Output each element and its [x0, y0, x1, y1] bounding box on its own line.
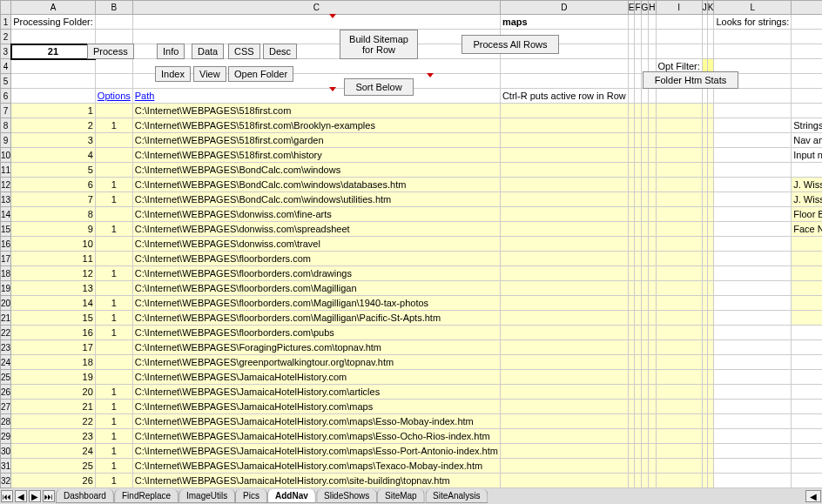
row-header[interactable]: 23 [1, 340, 11, 355]
cell[interactable]: C:\Internet\WEBPAGES\JamaicaHotelHistory… [132, 414, 500, 429]
cell[interactable] [656, 89, 702, 104]
cell[interactable] [635, 296, 641, 311]
cell[interactable] [628, 89, 635, 104]
tab-scroll-left-icon[interactable]: ◀ [805, 490, 821, 502]
cell[interactable]: C:\Internet\WEBPAGES\floorborders.com\Ma… [132, 281, 500, 296]
cell[interactable] [714, 89, 792, 104]
row-header[interactable]: 20 [1, 296, 11, 311]
cell[interactable] [656, 385, 702, 400]
cell[interactable] [714, 237, 792, 252]
cell[interactable]: 18 [11, 355, 96, 370]
cell[interactable] [635, 281, 641, 296]
cell[interactable] [500, 444, 628, 459]
cell[interactable]: C:\Internet\WEBPAGES\floorborders.com\dr… [132, 266, 500, 281]
cell[interactable] [132, 15, 500, 30]
cell[interactable] [641, 15, 649, 30]
cell[interactable] [707, 15, 714, 30]
row-header[interactable]: 3 [1, 44, 11, 59]
cell[interactable] [714, 222, 792, 237]
cell[interactable] [792, 385, 822, 400]
cell[interactable] [635, 30, 641, 44]
cell[interactable]: 1 [95, 311, 132, 326]
cell[interactable] [628, 192, 635, 207]
cell[interactable] [656, 429, 702, 444]
cell[interactable] [628, 30, 635, 44]
cell[interactable] [628, 133, 635, 148]
desc-button[interactable]: Desc [263, 44, 297, 59]
cell[interactable]: 1 [95, 266, 132, 281]
cell[interactable] [641, 444, 649, 459]
cell[interactable] [500, 222, 628, 237]
cell[interactable] [649, 400, 656, 414]
cell[interactable] [714, 459, 792, 474]
cell[interactable] [635, 252, 641, 266]
row-header[interactable]: 24 [1, 355, 11, 370]
cell[interactable] [656, 30, 702, 44]
cell[interactable] [500, 296, 628, 311]
cell[interactable] [635, 237, 641, 252]
cell[interactable] [641, 133, 649, 148]
tab-sitemap[interactable]: SiteMap [377, 489, 425, 503]
cell[interactable] [707, 148, 714, 163]
cell[interactable] [500, 474, 628, 488]
cell[interactable] [628, 385, 635, 400]
cell[interactable] [656, 163, 702, 178]
cell[interactable] [656, 104, 702, 118]
cell[interactable] [707, 133, 714, 148]
cell[interactable] [500, 429, 628, 444]
cell[interactable] [628, 370, 635, 385]
cell[interactable] [649, 118, 656, 133]
cell[interactable] [649, 133, 656, 148]
tab-pics[interactable]: Pics [235, 489, 267, 503]
cell[interactable] [792, 44, 822, 59]
cell[interactable] [635, 133, 641, 148]
cell[interactable] [649, 296, 656, 311]
col-header[interactable]: A [11, 1, 96, 15]
cell[interactable] [641, 192, 649, 207]
cell[interactable] [714, 148, 792, 163]
cell[interactable] [707, 444, 714, 459]
cell[interactable]: C:\Internet\WEBPAGES\donwiss.com\fine-ar… [132, 207, 500, 222]
cell[interactable]: Path [132, 89, 500, 104]
cell[interactable] [628, 340, 635, 355]
cell[interactable]: 6 [11, 178, 96, 192]
cell[interactable]: C:\Internet\WEBPAGES\JamaicaHotelHistory… [132, 429, 500, 444]
cell[interactable]: J. Wiss & Sons - [792, 192, 822, 207]
cell[interactable] [656, 326, 702, 340]
cell[interactable] [635, 444, 641, 459]
row-header[interactable]: 21 [1, 311, 11, 326]
cell[interactable] [714, 281, 792, 296]
row-header[interactable]: 6 [1, 89, 11, 104]
cell[interactable]: 1 [95, 326, 132, 340]
cell[interactable] [714, 370, 792, 385]
cell[interactable] [792, 252, 822, 266]
cell[interactable]: C:\Internet\WEBPAGES\donwiss.com\spreads… [132, 222, 500, 237]
cell[interactable] [500, 207, 628, 222]
cell[interactable]: Nav and Sitemap titles [792, 133, 822, 148]
cell[interactable]: 1 [95, 118, 132, 133]
cell[interactable] [714, 400, 792, 414]
open-folder-button[interactable]: Open Folder [228, 66, 293, 82]
cell[interactable] [95, 15, 132, 30]
cell[interactable]: 21 [11, 44, 96, 59]
cell[interactable] [792, 163, 822, 178]
cell[interactable] [792, 266, 822, 281]
cell[interactable] [11, 74, 96, 89]
cell[interactable] [649, 326, 656, 340]
cell[interactable]: 26 [11, 474, 96, 488]
cell[interactable] [628, 414, 635, 429]
cell[interactable] [500, 192, 628, 207]
cell[interactable]: 13 [11, 281, 96, 296]
row-header[interactable]: 5 [1, 74, 11, 89]
cell[interactable] [635, 474, 641, 488]
cell[interactable] [656, 133, 702, 148]
cell[interactable] [641, 400, 649, 414]
cell[interactable] [95, 207, 132, 222]
cell[interactable] [656, 252, 702, 266]
cell[interactable] [641, 207, 649, 222]
cell[interactable] [132, 44, 500, 59]
cell[interactable] [628, 104, 635, 118]
cell[interactable] [635, 326, 641, 340]
cell[interactable] [707, 296, 714, 311]
cell[interactable] [635, 385, 641, 400]
